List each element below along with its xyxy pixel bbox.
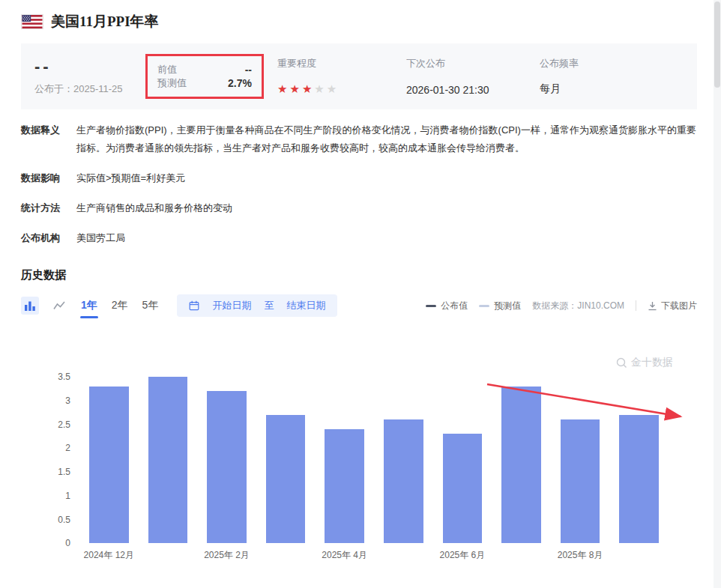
star-icon: ★ [289,82,299,95]
detail-text: 实际值>预期值=利好美元 [76,169,185,187]
download-icon [648,301,657,311]
next-release-label: 下次公布 [406,57,540,70]
forecast-value: 2.7% [228,77,252,89]
watermark-text: 金十数据 [631,356,673,369]
history-bar-chart: 金十数据 3.532.521.510.50 2024年 12月2025年 2月2… [42,333,675,566]
detail-label: 数据释义 [21,121,76,157]
y-tick-label: 1 [65,491,70,501]
bar[interactable] [619,415,659,543]
detail-row-definition: 数据释义 生产者物价指数(PPI)，主要用于衡量各种商品在不同生产阶段的价格变化… [21,121,697,157]
bar[interactable] [384,419,423,543]
data-source-text: 数据来源：JIN10.COM [532,300,624,312]
download-image-button[interactable]: 下载图片 [648,300,697,312]
us-flag-icon [21,14,43,29]
star-icon: ★ [314,82,324,95]
bar[interactable] [207,391,247,543]
next-release-panel: 下次公布 2026-01-30 21:30 [406,54,540,99]
indicator-summary-bar: -- 公布于：2025-11-25 前值 -- 预测值 2.7% 重要程度 ★★… [21,43,697,109]
toolbar-divider [636,300,636,311]
bar[interactable] [325,429,364,543]
bar[interactable] [266,415,306,543]
watermark: 金十数据 [616,356,673,369]
bar[interactable] [501,387,541,543]
chart-toolbar: 1年 2年 5年 开始日期 至 结束日期 公布值 预测值 数据来源：JIN10.… [21,294,697,317]
frequency-value: 每月 [540,82,684,96]
calendar-icon [189,300,199,311]
prev-forecast-panel: 前值 -- 预测值 2.7% [145,54,264,99]
x-tick-label: 2025年 6月 [440,549,486,562]
page-title: 美国11月PPI年率 [51,12,159,31]
legend-published-label: 公布值 [441,300,468,312]
x-tick-label: 2025年 4月 [322,549,367,562]
published-date: 2025-11-25 [73,83,123,94]
y-tick-label: 2.5 [58,419,70,430]
range-tab-2y[interactable]: 2年 [110,296,130,315]
published-at: 公布于：2025-11-25 [34,82,145,96]
jin10-logo-icon [616,357,627,369]
detail-row-impact: 数据影响 实际值>预期值=利好美元 [21,169,697,187]
legend-published-swatch [426,305,436,307]
page: 美国11月PPI年率 -- 公布于：2025-11-25 前值 -- 预测值 2… [0,0,721,566]
detail-text: 生产商销售的成品和服务价格的变动 [76,199,232,217]
start-date-button[interactable]: 开始日期 [212,299,251,312]
x-tick-label: 2025年 2月 [204,549,250,562]
bar[interactable] [89,387,129,543]
star-icon: ★ [302,82,312,95]
y-tick-label: 2 [65,443,70,453]
previous-label: 前值 [157,63,177,76]
previous-row: 前值 -- [157,63,252,76]
bar[interactable] [561,419,600,543]
star-icon: ★ [277,82,287,95]
x-axis: 2024年 12月2025年 2月2025年 4月2025年 6月2025年 8… [79,549,669,563]
legend-forecast-swatch [479,305,489,307]
actual-value-panel: -- 公布于：2025-11-25 [34,54,145,99]
frequency-label: 公布频率 [540,57,684,70]
detail-label: 公布机构 [21,229,76,247]
importance-panel: 重要程度 ★★★★★ [277,54,406,99]
detail-label: 统计方法 [21,199,76,217]
y-tick-label: 0.5 [58,515,70,525]
next-release-value: 2026-01-30 21:30 [406,84,540,96]
end-date-button[interactable]: 结束日期 [286,299,325,312]
y-tick-label: 3 [65,395,70,406]
range-tab-1y[interactable]: 1年 [79,296,99,315]
actual-value: -- [34,57,145,76]
detail-text: 生产者物价指数(PPI)，主要用于衡量各种商品在不同生产阶段的价格变化情况，与消… [76,121,697,157]
legend-forecast[interactable]: 预测值 [479,300,521,312]
published-label: 公布于： [34,83,73,94]
date-range-filter[interactable]: 开始日期 至 结束日期 [177,294,337,317]
detail-text: 美国劳工局 [76,229,125,247]
bar[interactable] [148,377,188,543]
importance-stars: ★★★★★ [277,82,406,96]
forecast-row: 预测值 2.7% [157,76,252,90]
page-header: 美国11月PPI年率 [21,9,697,34]
scrollbar-track[interactable] [714,0,721,588]
indicator-details: 数据释义 生产者物价指数(PPI)，主要用于衡量各种商品在不同生产阶段的价格变化… [21,121,697,247]
line-chart-view-button[interactable] [50,297,68,315]
legend-published[interactable]: 公布值 [426,300,468,312]
bar-chart-view-button[interactable] [21,297,39,315]
importance-label: 重要程度 [277,57,406,70]
y-tick-label: 3.5 [58,372,70,382]
detail-label: 数据影响 [21,169,76,187]
detail-row-method: 统计方法 生产商销售的成品和服务价格的变动 [21,199,697,217]
star-icon: ★ [327,82,337,95]
x-tick-label: 2025年 8月 [558,549,603,562]
y-tick-label: 0 [65,538,70,548]
download-image-label: 下载图片 [661,300,697,312]
legend-forecast-label: 预测值 [494,300,521,312]
forecast-label: 预测值 [157,76,187,90]
y-axis: 3.532.521.510.50 [42,377,70,543]
x-tick-label: 2024年 12月 [84,549,134,562]
bar[interactable] [443,434,483,543]
detail-row-agency: 公布机构 美国劳工局 [21,229,697,247]
range-tab-5y[interactable]: 5年 [141,296,160,315]
y-tick-label: 1.5 [58,467,70,477]
plot-area [79,377,669,543]
date-to-label: 至 [264,299,274,312]
frequency-panel: 公布频率 每月 [540,54,684,99]
previous-value: -- [245,64,252,76]
history-section-title: 历史数据 [21,268,697,282]
scrollbar-thumb[interactable] [714,1,720,88]
